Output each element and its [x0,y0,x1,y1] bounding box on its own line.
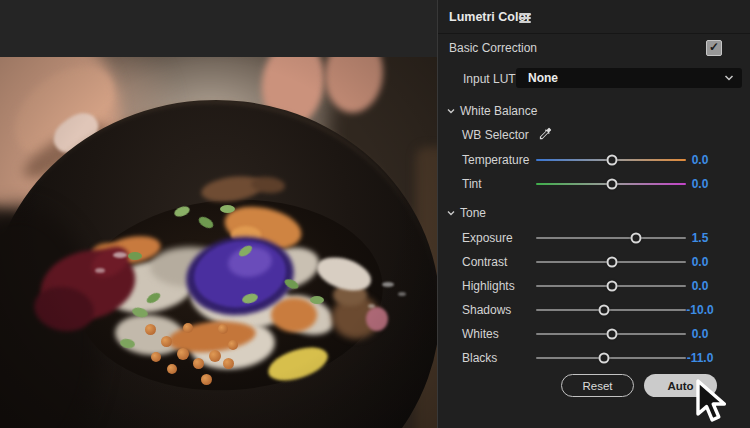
tint-slider[interactable] [536,175,686,193]
chevron-down-icon [724,74,734,82]
blacks-track [536,357,686,359]
temperature-row: Temperature 0.0 [438,151,750,169]
temperature-handle[interactable] [606,155,617,166]
shadows-slider[interactable] [536,301,686,319]
highlights-label: Highlights [462,279,515,293]
tint-row: Tint 0.0 [438,175,750,193]
highlights-handle[interactable] [606,281,617,292]
wb-selector-label: WB Selector [462,128,529,142]
highlights-slider[interactable] [536,277,686,295]
vignette [0,57,437,428]
blacks-row: Blacks -11.0 [438,349,750,367]
shadows-value[interactable]: -10.0 [674,303,726,317]
blacks-value[interactable]: -11.0 [674,351,726,365]
shadows-label: Shadows [462,303,511,317]
whites-row: Whites 0.0 [438,325,750,343]
shadows-handle[interactable] [599,305,610,316]
input-lut-label: Input LUT [463,72,516,86]
contrast-value[interactable]: 0.0 [674,255,726,269]
video-letterbox-bar [0,0,437,57]
reset-button[interactable]: Reset [561,374,634,397]
blacks-slider[interactable] [536,349,686,367]
contrast-label: Contrast [462,255,507,269]
exposure-track [536,237,686,239]
eyedropper-icon[interactable] [538,126,553,141]
exposure-slider[interactable] [536,229,686,247]
highlights-value[interactable]: 0.0 [674,279,726,293]
tint-label: Tint [462,177,482,191]
temperature-label: Temperature [462,153,529,167]
white-balance-chevron-icon[interactable] [446,106,456,116]
panel-menu-icon[interactable] [519,13,531,23]
exposure-value[interactable]: 1.5 [674,231,726,245]
checkmark-icon: ✓ [709,40,719,54]
shadows-track [536,309,686,311]
basic-correction-checkbox[interactable]: ✓ [706,40,722,56]
input-lut-dropdown[interactable]: None [516,68,742,88]
highlights-row: Highlights 0.0 [438,277,750,295]
white-balance-header[interactable]: White Balance [460,104,537,118]
mouse-cursor [692,378,732,426]
whites-handle[interactable] [606,329,617,340]
contrast-handle[interactable] [606,257,617,268]
whites-slider[interactable] [536,325,686,343]
whites-label: Whites [462,327,499,341]
contrast-row: Contrast 0.0 [438,253,750,271]
exposure-handle[interactable] [630,233,641,244]
exposure-row: Exposure 1.5 [438,229,750,247]
tone-header[interactable]: Tone [460,206,486,220]
exposure-label: Exposure [462,231,513,245]
input-lut-value: None [528,71,558,85]
basic-correction-label: Basic Correction [449,41,537,55]
blacks-label: Blacks [462,351,497,365]
whites-value[interactable]: 0.0 [674,327,726,341]
temperature-value[interactable]: 0.0 [674,153,726,167]
program-monitor-frame [0,57,437,428]
lumetri-color-panel: Lumetri Color Basic Correction ✓ Input L… [437,0,750,428]
app-window: Lumetri Color Basic Correction ✓ Input L… [0,0,750,428]
contrast-slider[interactable] [536,253,686,271]
title-separator [438,33,750,34]
shadows-row: Shadows -10.0 [438,301,750,319]
tint-value[interactable]: 0.0 [674,177,726,191]
blacks-handle[interactable] [598,353,609,364]
tint-handle[interactable] [606,179,617,190]
tone-chevron-icon[interactable] [446,208,456,218]
temperature-slider[interactable] [536,151,686,169]
